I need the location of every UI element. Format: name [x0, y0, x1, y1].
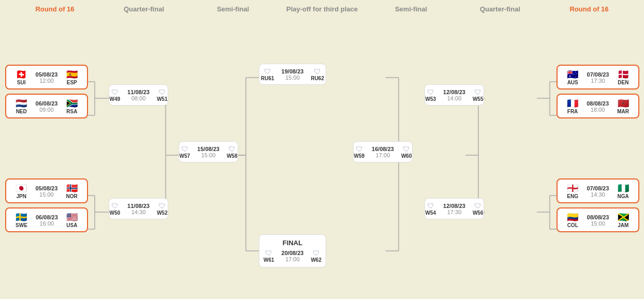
stage-playoff: Play-off for third place — [281, 5, 363, 13]
shield-w52: 🛡 — [158, 202, 166, 210]
team-fra: 🇫🇷 FRA — [567, 99, 578, 114]
team-nga: 🇳🇬 NGA — [618, 184, 629, 199]
stage-quarterfinal-right: Quarter-final — [459, 5, 541, 13]
team-ned: 🇳🇱 NED — [16, 99, 27, 114]
match-sf-left[interactable]: 🛡 W57 15/08/23 15:00 🛡 W58 — [179, 141, 238, 162]
bracket-body: 🇨🇭 SUI 05/08/23 12:00 🇪🇸 ESP — [0, 23, 644, 299]
shield-w57: 🛡 — [181, 145, 188, 153]
team-mar: 🇲🇦 MAR — [617, 99, 629, 114]
shield-w60: 🛡 — [403, 145, 410, 153]
match-r16-left-top2[interactable]: 🇳🇱 NED 06/08/23 09:00 🇿🇦 RSA — [5, 94, 88, 118]
match-r16-right-top1[interactable]: 🇦🇺 AUS 07/08/23 17:30 🇩🇰 DEN — [557, 65, 639, 89]
match-qf-right-bot[interactable]: 🛡 W54 12/08/23 17:30 🛡 W56 — [425, 198, 484, 219]
team-esp: 🇪🇸 ESP — [66, 70, 78, 85]
r16-left-top-group: 🇨🇭 SUI 05/08/23 12:00 🇪🇸 ESP — [5, 65, 88, 118]
stage-round16-left: Round of 16 — [13, 5, 96, 13]
team-col: 🇨🇴 COL — [567, 213, 578, 228]
match-r16-right-bot2[interactable]: 🇨🇴 COL 08/08/23 15:00 🇯🇲 JAM — [557, 207, 639, 232]
r16-left-bot-group: 🇯🇵 JPN 05/08/23 15:00 🇳🇴 NOR — [5, 178, 88, 232]
team-jpn: 🇯🇵 JPN — [16, 184, 27, 199]
team-den: 🇩🇰 DEN — [618, 70, 629, 85]
shield-w49: 🛡 — [111, 88, 119, 96]
team-sui: 🇨🇭 SUI — [16, 70, 27, 85]
match-r16-right-top2[interactable]: 🇫🇷 FRA 08/08/23 18:00 🇲🇦 MAR — [557, 94, 639, 118]
match-qf-left-bot[interactable]: 🛡 W50 11/08/23 14:30 🛡 W52 — [109, 198, 168, 219]
stage-round16-right: Round of 16 — [548, 5, 631, 13]
match-sf-right[interactable]: 🛡 W59 16/08/23 17:00 🛡 W60 — [353, 141, 413, 162]
shield-ru62: 🛡 — [314, 67, 321, 76]
stage-headers: Round of 16 Quarter-final Semi-final Pla… — [0, 5, 644, 13]
team-usa: 🇺🇸 USA — [66, 213, 78, 228]
shield-w53: 🛡 — [427, 88, 434, 96]
shield-w62: 🛡 — [313, 249, 320, 257]
team-rsa: 🇿🇦 RSA — [66, 99, 78, 114]
shield-w55: 🛡 — [474, 88, 481, 96]
team-aus: 🇦🇺 AUS — [567, 70, 578, 85]
match-final[interactable]: FINAL 🛡 W61 20/08/23 17:00 🛡 W62 — [259, 234, 326, 267]
bracket-container: Round of 16 Quarter-final Semi-final Pla… — [0, 0, 644, 299]
match-r16-left-bot2[interactable]: 🇸🇪 SWE 06/08/23 16:00 🇺🇸 USA — [5, 207, 88, 232]
shield-w58: 🛡 — [228, 145, 236, 153]
shield-w54: 🛡 — [427, 202, 434, 210]
team-jam: 🇯🇲 JAM — [618, 213, 629, 228]
match-r16-left-top1[interactable]: 🇨🇭 SUI 05/08/23 12:00 🇪🇸 ESP — [5, 65, 88, 89]
shield-w61: 🛡 — [265, 249, 272, 257]
shield-w56: 🛡 — [474, 202, 481, 210]
shield-w59: 🛡 — [356, 145, 363, 153]
shield-w51: 🛡 — [158, 88, 166, 96]
stage-semifinal-left: Semi-final — [192, 5, 274, 13]
team-nor: 🇳🇴 NOR — [66, 184, 78, 199]
stage-quarterfinal-left: Quarter-final — [103, 5, 185, 13]
team-swe: 🇸🇪 SWE — [16, 213, 27, 228]
shield-w50: 🛡 — [111, 202, 119, 210]
team-eng: 🏴󠁧󠁢󠁥󠁮󠁧󠁿 ENG — [567, 184, 578, 199]
match-playoff[interactable]: 🛡 RU61 19/08/23 15:00 🛡 RU62 — [259, 64, 326, 85]
match-r16-left-bot1[interactable]: 🇯🇵 JPN 05/08/23 15:00 🇳🇴 NOR — [5, 178, 88, 203]
shield-ru61: 🛡 — [264, 67, 271, 76]
match-qf-right-top[interactable]: 🛡 W53 12/08/23 14:00 🛡 W55 — [425, 84, 484, 106]
r16-right-top-group: 🇦🇺 AUS 07/08/23 17:30 🇩🇰 DEN — [557, 65, 639, 118]
match-r16-right-bot1[interactable]: 🏴󠁧󠁢󠁥󠁮󠁧󠁿 ENG 07/08/23 14:30 🇳🇬 NGA — [557, 178, 639, 203]
match-qf-left-top[interactable]: 🛡 W49 11/08/23 08:00 🛡 W51 — [109, 84, 168, 106]
r16-right-bot-group: 🏴󠁧󠁢󠁥󠁮󠁧󠁿 ENG 07/08/23 14:30 🇳🇬 NGA — [557, 178, 639, 232]
stage-semifinal-right: Semi-final — [370, 5, 452, 13]
